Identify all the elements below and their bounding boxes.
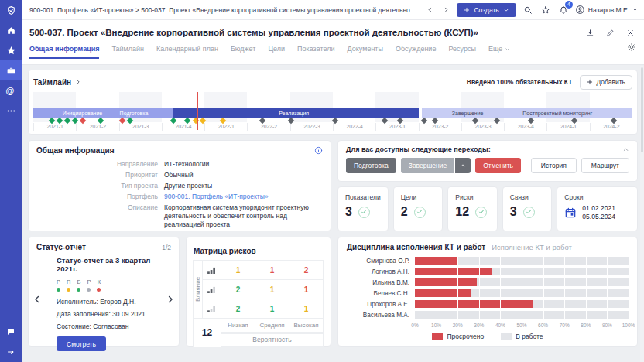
field-value-link[interactable]: 900-001. Портфель «ИТ-проекты» [164, 193, 269, 201]
stat-card-1[interactable]: Показатели3 [337, 186, 389, 231]
history-forward-button[interactable] [440, 5, 451, 15]
chart-category-label: Беляев С.Н. [347, 290, 415, 297]
x-tick-label: 10% [431, 323, 441, 328]
stat-card-4[interactable]: Связи3 [502, 186, 553, 231]
project-dates: 01.02.202105.05.2024 [582, 204, 615, 221]
notifications-button[interactable]: 4 [557, 4, 570, 16]
tab-8[interactable]: Обсуждение [396, 42, 436, 59]
scrollbar-thumb[interactable] [641, 67, 643, 152]
sidebar: @ [0, 0, 22, 362]
transition-caret-button[interactable] [455, 158, 471, 173]
tab-10[interactable]: Еще [488, 42, 510, 59]
chart-bar-overdue [415, 257, 457, 265]
chart-legend: ПросроченоВ работе [347, 333, 629, 340]
risk-matrix-cell[interactable]: 2 [289, 260, 324, 280]
timeline-title-link[interactable]: Таймлайн [33, 78, 81, 87]
gridline [479, 257, 480, 319]
stat-card-dates[interactable]: Сроки01.02.202105.05.2024 [557, 186, 638, 231]
field-label: Описание [36, 203, 164, 229]
transitions-card: Для вас доступны следующие переходы: Под… [337, 140, 638, 182]
timeline-phase-label: Постпроектный мониторинг [522, 109, 592, 118]
info-icon[interactable] [314, 146, 323, 155]
user-menu[interactable]: Назаров М.Е. [575, 5, 638, 15]
tab-4[interactable]: Бюджет [231, 42, 256, 59]
history-back-button[interactable] [424, 5, 435, 15]
close-button[interactable] [624, 26, 636, 39]
sidebar-item-home[interactable] [0, 20, 22, 40]
tab-9[interactable]: Ресурсы [448, 42, 476, 59]
risk-matrix-cell[interactable]: 1 [255, 260, 289, 280]
report-fill-date: Дата заполнения: 30.09.2021 [57, 310, 160, 318]
indicator-dot [77, 288, 80, 292]
risk-matrix-cell[interactable]: 1 [221, 260, 255, 280]
app-logo[interactable] [0, 0, 22, 20]
edit-button[interactable] [604, 26, 616, 39]
check-circle-icon [414, 207, 426, 218]
chart-title: Дисциплина исполнения КТ и работ [347, 243, 485, 251]
timeline-quarter-label: 2021-1 [33, 123, 76, 131]
breadcrumb[interactable]: 900-001. Портфель «ИТ-проекты» > 500-037… [29, 6, 418, 14]
carousel-prev-button[interactable] [32, 294, 43, 305]
carousel-next-button[interactable] [165, 294, 176, 305]
sidebar-item-more[interactable] [0, 101, 22, 121]
secondary-button-2[interactable]: Маршрут [581, 158, 629, 173]
tab-2[interactable]: Таймлайн [111, 42, 144, 59]
probability-header: Низкая [221, 318, 255, 333]
discipline-chart-card: Дисциплина исполнения КТ и работ Исполне… [337, 237, 638, 347]
x-tick-label: 60% [538, 323, 548, 328]
timeline-phase-label: Завершение [452, 109, 484, 118]
check-circle-icon [523, 207, 535, 218]
create-button[interactable]: Создать [457, 3, 516, 17]
search-button[interactable] [522, 4, 534, 16]
sidebar-chat-button[interactable] [0, 322, 22, 342]
risk-matrix-cell[interactable]: 2 [221, 299, 255, 319]
star-icon [541, 5, 550, 15]
risk-matrix-cell[interactable]: 1 [255, 299, 289, 319]
stat-card-3[interactable]: Риски12 [447, 186, 498, 231]
arrow-right-icon [6, 347, 15, 357]
transition-button-3[interactable]: Отменить [475, 158, 521, 173]
tab-1[interactable]: Общая информация [29, 42, 99, 59]
stat-card-2[interactable]: Цели2 [393, 186, 444, 231]
sidebar-item-projects[interactable] [0, 60, 22, 80]
discipline-chart[interactable]: Смирнова О.Р.Логинов А.Н.Ильина В.М.Беля… [347, 257, 629, 319]
user-name: Назаров М.Е. [588, 6, 629, 14]
risk-matrix-cell[interactable]: 1 [289, 279, 324, 299]
sidebar-item-favorites[interactable] [0, 40, 22, 60]
transition-button-2[interactable]: Завершение [401, 158, 454, 173]
tab-label: Документы [348, 45, 383, 53]
risk-matrix-grid[interactable]: Влияние11221121112НизкаяСредняяВысокаяВе… [194, 261, 324, 347]
tab-3[interactable]: Календарный план [156, 42, 218, 59]
transition-button-1[interactable]: Подготовка [346, 158, 396, 173]
settings-button[interactable] [627, 43, 636, 59]
download-button[interactable] [584, 26, 596, 39]
risk-matrix-cell[interactable]: 1 [289, 299, 324, 319]
scrollbar[interactable] [640, 66, 644, 362]
chevron-left-icon [32, 294, 43, 305]
chart-row: Логинов А.Н. [347, 268, 629, 275]
briefcase-icon [6, 66, 16, 76]
secondary-button-1[interactable]: История [531, 158, 577, 173]
pager: 1/2 [162, 244, 171, 251]
timeline-chart[interactable]: 2021-12021-22021-32021-42022-12022-22022… [33, 92, 632, 131]
tab-6[interactable]: Показатели [297, 42, 334, 59]
risk-matrix-cell[interactable]: 2 [221, 279, 255, 299]
sidebar-collapse-sidebar-button[interactable] [0, 342, 22, 362]
view-report-button[interactable]: Смотреть [57, 336, 106, 351]
tab-5[interactable]: Цели [268, 42, 285, 59]
chart-category-label: Васильева М.А. [347, 312, 415, 319]
chevron-down-icon [505, 46, 510, 52]
stat-label: Сроки [564, 193, 630, 201]
timeline-quarter-label: 2022-3 [290, 123, 333, 131]
stat-label: Риски [455, 193, 490, 201]
favorites-button[interactable] [540, 4, 552, 16]
chevron-down-icon [503, 7, 509, 13]
sidebar-item-dashboards[interactable]: @ [0, 80, 22, 101]
gridline [564, 257, 565, 319]
risk-matrix-cell[interactable]: 1 [255, 279, 289, 299]
field-label: Направление [36, 160, 164, 169]
chart-row: Смирнова О.Р. [347, 257, 629, 265]
collapse-panel-icon[interactable] [622, 146, 629, 153]
add-milestone-button[interactable]: Добавить [580, 75, 632, 90]
tab-7[interactable]: Документы [348, 42, 383, 59]
